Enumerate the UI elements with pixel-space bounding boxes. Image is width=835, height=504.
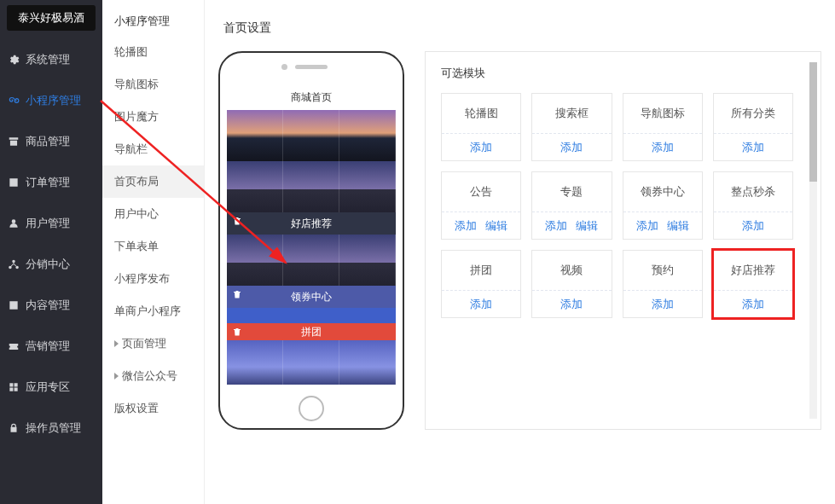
add-link[interactable]: 添加 — [560, 140, 583, 155]
panel-scrollbar[interactable] — [809, 62, 817, 419]
add-link[interactable]: 添加 — [652, 140, 674, 155]
box-icon — [7, 135, 20, 148]
edit-link[interactable]: 编辑 — [667, 218, 689, 234]
sidebar2-item-imagecube[interactable]: 图片魔方 — [102, 101, 204, 133]
add-link[interactable]: 添加 — [652, 297, 674, 312]
add-link[interactable]: 添加 — [742, 218, 764, 234]
sidebar1-item-user[interactable]: 用户管理 — [7, 203, 96, 244]
sidebar-label: 小程序管理 — [26, 93, 81, 108]
sidebar1-item-distribution[interactable]: 分销中心 — [7, 244, 96, 285]
phone-speaker-icon — [295, 65, 328, 69]
preview-block-nav[interactable] — [227, 161, 396, 212]
sidebar2-item-copyright[interactable]: 版权设置 — [102, 392, 204, 425]
phone-header: 商城首页 — [227, 85, 396, 110]
module-card-actions: 添加 — [623, 133, 702, 160]
module-card: 领券中心添加编辑 — [623, 171, 703, 240]
sidebar-label: 用户管理 — [26, 216, 70, 231]
sidebar2-item-usercenter[interactable]: 用户中心 — [102, 198, 204, 230]
sidebar1-item-order[interactable]: 订单管理 — [7, 162, 96, 203]
primary-sidebar: 泰兴好极易酒 系统管理 小程序管理 商品管理 订单管理 用户管理 分销中心 内容… — [0, 0, 102, 504]
phone-screen: 商城首页 好店推荐 领券中心 拼团 — [227, 85, 396, 391]
add-link[interactable]: 添加 — [545, 218, 567, 234]
module-card: 所有分类添加 — [713, 93, 793, 161]
edit-link[interactable]: 编辑 — [485, 218, 507, 234]
module-card-name: 公告 — [442, 172, 520, 211]
caret-right-icon — [114, 373, 119, 379]
sidebar1-item-operator[interactable]: 操作员管理 — [7, 408, 96, 449]
module-card-name: 整点秒杀 — [714, 172, 792, 211]
add-link[interactable]: 添加 — [560, 297, 583, 312]
preview-bar-group[interactable]: 拼团 — [227, 323, 396, 340]
module-card-actions: 添加 — [623, 290, 702, 317]
preview-block-rec-imgs[interactable] — [227, 235, 396, 286]
sidebar1-item-miniapp[interactable]: 小程序管理 — [7, 80, 96, 121]
sidebar2-item-navbar[interactable]: 导航栏 — [102, 133, 204, 165]
module-card-actions: 添加 — [442, 290, 520, 317]
module-panel: 可选模块 轮播图添加搜索框添加导航图标添加所有分类添加公告添加编辑专题添加编辑领… — [425, 51, 821, 430]
bar-label: 领券中心 — [291, 290, 332, 304]
module-card: 导航图标添加 — [623, 93, 703, 161]
sidebar2-group-wechat[interactable]: 微信公众号 — [102, 360, 204, 392]
add-link[interactable]: 添加 — [742, 297, 764, 312]
module-card-name: 领券中心 — [623, 172, 702, 211]
list-icon — [7, 176, 20, 189]
sidebar2-item-navicon[interactable]: 导航图标 — [102, 68, 204, 101]
sidebar2-group-pagemgmt[interactable]: 页面管理 — [102, 327, 204, 360]
sidebar-label: 系统管理 — [26, 52, 70, 67]
lock-icon — [7, 421, 20, 435]
add-link[interactable]: 添加 — [470, 140, 492, 155]
module-card-actions: 添加编辑 — [442, 211, 520, 239]
sidebar-label: 商品管理 — [26, 134, 70, 149]
module-card: 拼团添加 — [441, 250, 521, 318]
sidebar2-item-orderform[interactable]: 下单表单 — [102, 230, 204, 263]
module-card: 公告添加编辑 — [441, 171, 521, 240]
add-link[interactable]: 添加 — [742, 140, 764, 155]
module-card-name: 拼团 — [442, 251, 520, 290]
module-card-actions: 添加 — [714, 290, 792, 317]
module-card-actions: 添加 — [532, 290, 611, 317]
sidebar1-item-content[interactable]: 内容管理 — [7, 285, 96, 326]
sidebar2-item-homelayout[interactable]: 首页布局 — [102, 165, 204, 198]
preview-block-carousel[interactable] — [227, 110, 396, 161]
secondary-sidebar: 小程序管理 轮播图 导航图标 图片魔方 导航栏 首页布局 用户中心 下单表单 小… — [102, 0, 205, 504]
sidebar2-item-publish[interactable]: 小程序发布 — [102, 263, 204, 295]
module-card-name: 预约 — [623, 251, 702, 290]
edit-link[interactable]: 编辑 — [576, 218, 598, 234]
sidebar1-item-marketing[interactable]: 营销管理 — [7, 326, 96, 367]
sidebar-label: 内容管理 — [26, 298, 70, 313]
scrollbar-thumb[interactable] — [809, 62, 817, 182]
miniapp-icon — [7, 94, 20, 107]
user-icon — [7, 217, 20, 230]
module-card-name: 轮播图 — [442, 94, 520, 133]
preview-block-group-imgs[interactable] — [227, 340, 396, 385]
bar-label: 拼团 — [301, 325, 322, 339]
module-card: 整点秒杀添加 — [713, 171, 793, 240]
trash-icon[interactable] — [232, 289, 246, 303]
phone-home-button-icon — [299, 396, 324, 421]
sidebar1-item-apps[interactable]: 应用专区 — [7, 367, 96, 408]
trash-icon[interactable] — [232, 327, 246, 340]
add-link[interactable]: 添加 — [470, 297, 492, 312]
sidebar2-item-singlemerchant[interactable]: 单商户小程序 — [102, 295, 204, 327]
network-icon — [7, 258, 20, 271]
module-card-name: 所有分类 — [714, 94, 792, 133]
module-card-name: 搜索框 — [532, 94, 611, 133]
add-link[interactable]: 添加 — [636, 218, 658, 234]
preview-bar-coupon[interactable]: 领券中心 — [227, 286, 396, 308]
gear-icon — [7, 53, 20, 67]
module-card: 专题添加编辑 — [531, 171, 612, 240]
preview-bar-shop-rec[interactable]: 好店推荐 — [227, 212, 396, 235]
brand-badge: 泰兴好极易酒 — [7, 5, 96, 31]
ticket-icon — [7, 339, 20, 353]
sidebar2-item-carousel[interactable]: 轮播图 — [102, 36, 204, 68]
sidebar1-item-system[interactable]: 系统管理 — [7, 39, 96, 80]
sidebar1-item-product[interactable]: 商品管理 — [7, 121, 96, 162]
add-link[interactable]: 添加 — [455, 218, 477, 234]
module-card: 轮播图添加 — [441, 93, 521, 161]
grid-icon — [7, 380, 20, 394]
preview-coupon-strip[interactable] — [227, 308, 396, 323]
group-label: 页面管理 — [122, 336, 166, 351]
module-card-actions: 添加 — [442, 133, 520, 160]
trash-icon[interactable] — [232, 216, 246, 229]
sidebar2-title: 小程序管理 — [102, 7, 204, 36]
